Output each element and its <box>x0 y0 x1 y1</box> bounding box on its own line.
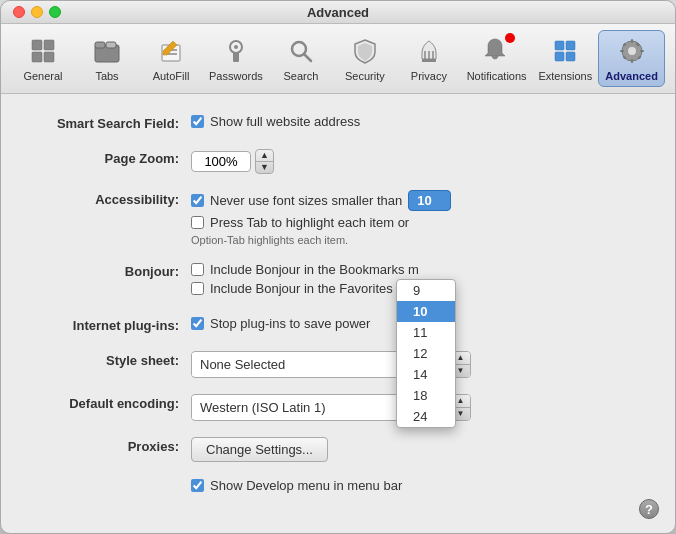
main-window: Advanced General Tab <box>0 0 676 534</box>
tab-privacy[interactable]: Privacy <box>397 31 461 86</box>
tab-security[interactable]: Security <box>333 31 397 86</box>
smart-search-checkbox-label: Show full website address <box>210 114 360 129</box>
bonjour-bookmarks-label: Include Bonjour in the Bookmarks m <box>210 262 419 277</box>
stop-plugins-checkbox[interactable] <box>191 317 204 330</box>
smart-search-label: Smart Search Field: <box>31 114 191 131</box>
svg-rect-0 <box>32 40 42 50</box>
autofill-label: AutoFill <box>153 70 190 82</box>
svg-rect-15 <box>422 59 436 62</box>
zoom-stepper: ▲ ▼ <box>255 149 274 174</box>
option-tab-hint: Option-Tab highlights each item. <box>191 234 645 246</box>
bonjour-label: Bonjour: <box>31 262 191 279</box>
accessibility-label: Accessibility: <box>31 190 191 207</box>
font-size-option-24[interactable]: 24 <box>397 406 455 427</box>
font-size-option-12[interactable]: 12 <box>397 343 455 364</box>
bonjour-bookmarks-row: Include Bonjour in the Bookmarks m <box>191 262 645 277</box>
smart-search-row: Smart Search Field: Show full website ad… <box>31 114 645 133</box>
privacy-icon <box>413 35 445 67</box>
svg-rect-2 <box>44 40 54 50</box>
extensions-icon <box>549 35 581 67</box>
never-use-font-checkbox[interactable] <box>191 194 204 207</box>
tab-notifications[interactable]: Notifications <box>461 31 533 86</box>
extensions-label: Extensions <box>538 70 592 82</box>
proxies-row: Proxies: Change Settings... <box>31 437 645 462</box>
traffic-lights <box>1 6 61 18</box>
show-develop-empty-label <box>31 478 191 480</box>
svg-line-14 <box>304 54 311 61</box>
accessibility-row: Accessibility: Never use font sizes smal… <box>31 190 645 246</box>
font-size-option-9[interactable]: 9 <box>397 280 455 301</box>
tabs-label: Tabs <box>95 70 118 82</box>
default-encoding-row: Default encoding: Western (ISO Latin 1) … <box>31 394 645 421</box>
stop-plugins-label: Stop plug-ins to save power <box>210 316 370 331</box>
svg-rect-23 <box>631 59 633 63</box>
svg-point-21 <box>628 47 636 55</box>
smart-search-control: Show full website address <box>191 114 645 133</box>
show-develop-row: Show Develop menu in menu bar <box>31 478 645 497</box>
maximize-button[interactable] <box>49 6 61 18</box>
zoom-container: ▲ ▼ <box>191 149 645 174</box>
bonjour-favorites-label: Include Bonjour in the Favorites ba <box>210 281 411 296</box>
svg-rect-19 <box>566 52 575 61</box>
tab-search[interactable]: Search <box>269 31 333 86</box>
tab-tabs[interactable]: Tabs <box>75 31 139 86</box>
page-zoom-control: ▲ ▼ <box>191 149 645 174</box>
svg-rect-1 <box>32 52 42 62</box>
zoom-up-button[interactable]: ▲ <box>256 150 273 162</box>
advanced-label: Advanced <box>605 70 658 82</box>
general-icon <box>27 35 59 67</box>
font-size-select-wrapper: 9 10 11 12 14 18 24 <box>408 190 451 211</box>
smart-search-checkbox-row: Show full website address <box>191 114 645 129</box>
page-zoom-label: Page Zoom: <box>31 149 191 166</box>
general-label: General <box>23 70 62 82</box>
notifications-label: Notifications <box>467 70 527 82</box>
font-size-option-18[interactable]: 18 <box>397 385 455 406</box>
font-size-select[interactable]: 9 10 11 12 14 18 24 <box>408 190 451 211</box>
toolbar: General Tabs AutoFill <box>1 24 675 94</box>
show-develop-checkbox[interactable] <box>191 479 204 492</box>
change-settings-button[interactable]: Change Settings... <box>191 437 328 462</box>
autofill-icon <box>155 35 187 67</box>
zoom-input[interactable] <box>191 151 251 172</box>
bonjour-bookmarks-checkbox[interactable] <box>191 263 204 276</box>
style-sheet-row: Style sheet: None Selected ▲ ▼ <box>31 351 645 378</box>
help-button[interactable]: ? <box>639 499 659 519</box>
svg-rect-6 <box>106 42 116 48</box>
press-tab-checkbox[interactable] <box>191 216 204 229</box>
smart-search-checkbox[interactable] <box>191 115 204 128</box>
svg-rect-11 <box>233 52 239 62</box>
show-develop-label: Show Develop menu in menu bar <box>210 478 402 493</box>
zoom-down-button[interactable]: ▼ <box>256 162 273 173</box>
bonjour-row: Bonjour: Include Bonjour in the Bookmark… <box>31 262 645 300</box>
svg-rect-24 <box>620 50 624 52</box>
style-sheet-label: Style sheet: <box>31 351 191 368</box>
close-button[interactable] <box>13 6 25 18</box>
window-title: Advanced <box>307 5 369 20</box>
svg-rect-16 <box>555 41 564 50</box>
svg-rect-5 <box>95 42 105 48</box>
tab-passwords[interactable]: Passwords <box>203 31 269 86</box>
svg-rect-25 <box>640 50 644 52</box>
show-develop-checkbox-row: Show Develop menu in menu bar <box>191 478 645 493</box>
never-use-font-label: Never use font sizes smaller than <box>210 193 402 208</box>
security-label: Security <box>345 70 385 82</box>
tabs-icon <box>91 35 123 67</box>
tab-advanced[interactable]: Advanced <box>598 30 665 87</box>
font-size-option-11[interactable]: 11 <box>397 322 455 343</box>
proxies-control: Change Settings... <box>191 437 645 462</box>
advanced-icon <box>616 35 648 67</box>
passwords-label: Passwords <box>209 70 263 82</box>
content-area: Smart Search Field: Show full website ad… <box>1 94 675 533</box>
passwords-icon <box>220 35 252 67</box>
minimize-button[interactable] <box>31 6 43 18</box>
tab-autofill[interactable]: AutoFill <box>139 31 203 86</box>
internet-plugins-row: Internet plug-ins: Stop plug-ins to save… <box>31 316 645 335</box>
show-develop-control: Show Develop menu in menu bar <box>191 478 645 497</box>
bonjour-favorites-checkbox[interactable] <box>191 282 204 295</box>
font-size-option-10[interactable]: 10 <box>397 301 455 322</box>
proxies-label: Proxies: <box>31 437 191 454</box>
tab-general[interactable]: General <box>11 31 75 86</box>
tab-extensions[interactable]: Extensions <box>532 31 598 86</box>
font-size-option-14[interactable]: 14 <box>397 364 455 385</box>
internet-plugins-label: Internet plug-ins: <box>31 316 191 333</box>
